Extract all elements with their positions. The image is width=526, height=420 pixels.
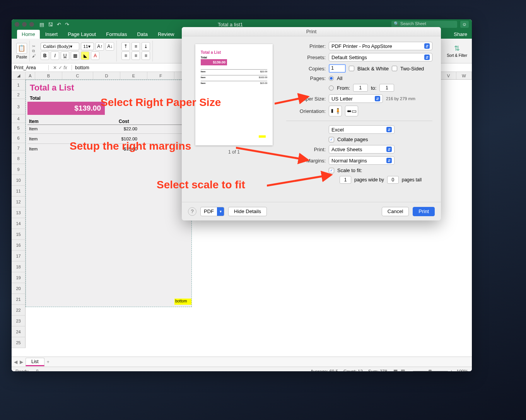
shrink-font-icon[interactable]: A↓ — [106, 42, 114, 51]
align-right-icon[interactable]: ≡ — [142, 51, 150, 60]
print-button[interactable]: Print — [413, 207, 435, 216]
paste-group[interactable]: 📋 Paste — [14, 41, 30, 61]
row-head[interactable]: 20 — [12, 283, 26, 294]
col-c[interactable]: C — [62, 72, 93, 79]
row-head[interactable]: 4 — [12, 114, 26, 123]
size-select[interactable]: 11 ▾ — [81, 43, 94, 50]
italic-button[interactable]: I — [51, 51, 59, 60]
row-head[interactable]: 13 — [12, 207, 26, 218]
col-f[interactable]: F — [147, 72, 174, 79]
zoom-in-icon[interactable]: + — [450, 369, 453, 372]
align-center-icon[interactable]: ≡ — [132, 51, 140, 60]
fill-color-icon[interactable]: ◣ — [81, 51, 89, 60]
share-button[interactable]: Share — [449, 30, 472, 39]
sort-filter-icon[interactable]: ⇅ — [447, 44, 467, 53]
name-box[interactable]: Print_Area — [12, 65, 49, 70]
row-head[interactable]: 2 — [12, 90, 26, 99]
hide-details-button[interactable]: Hide Details — [228, 207, 267, 216]
row-head[interactable]: 5 — [12, 123, 26, 133]
pages-wide-input[interactable] — [340, 176, 351, 184]
window-controls[interactable] — [15, 22, 34, 27]
print-what-select[interactable]: Active Sheets⇵ — [329, 145, 394, 154]
col-a[interactable]: A — [26, 72, 35, 79]
row-head[interactable]: 12 — [12, 196, 26, 207]
row-head[interactable]: 7 — [12, 143, 26, 153]
row-head[interactable]: 17 — [12, 251, 26, 261]
to-input[interactable] — [379, 84, 394, 92]
add-sheet-icon[interactable]: + — [47, 359, 50, 365]
align-top-icon[interactable]: ⤒ — [121, 42, 130, 51]
tab-insert[interactable]: Insert — [41, 30, 63, 39]
row-head[interactable]: 25 — [12, 337, 26, 348]
undo-icon[interactable]: ↶ — [57, 22, 61, 27]
sort-group[interactable]: ⇅ Sort & Filter — [444, 41, 470, 61]
tab-data[interactable]: Data — [132, 30, 152, 39]
col-b[interactable]: B — [35, 72, 62, 79]
align-bot-icon[interactable]: ⤓ — [142, 42, 150, 51]
zoom-value[interactable]: 100% — [457, 369, 468, 372]
user-icon[interactable]: ☺ — [460, 21, 469, 28]
copy-icon[interactable]: ⧉ — [32, 49, 36, 53]
row-head[interactable]: 23 — [12, 316, 26, 326]
save-icon[interactable]: ▤ — [39, 22, 44, 27]
tab-formulas[interactable]: Formulas — [101, 30, 132, 39]
font-select[interactable]: Calibri (Body) ▾ — [41, 43, 79, 50]
row-head[interactable]: 22 — [12, 305, 26, 316]
close-dot[interactable] — [15, 22, 19, 27]
tab-review[interactable]: Review — [153, 30, 179, 39]
qat[interactable]: ▤ 🖫 ↶ ↷ — [39, 22, 69, 27]
paste-icon[interactable]: 📋 — [16, 43, 27, 54]
row-head[interactable]: 11 — [12, 186, 26, 196]
formula-input[interactable]: bottom — [72, 65, 92, 70]
bw-checkbox[interactable] — [349, 66, 354, 71]
pdf-dropdown[interactable]: PDF▾ — [200, 207, 224, 216]
portrait-button[interactable]: ⬍🧍 — [329, 106, 342, 116]
align-left-icon[interactable]: ≡ — [121, 51, 130, 60]
col-v[interactable]: V — [441, 72, 456, 79]
col-e[interactable]: E — [120, 72, 147, 79]
border-icon[interactable]: ▦ — [71, 51, 79, 60]
scale-checkbox[interactable]: ✓ — [329, 168, 334, 173]
col-w[interactable]: W — [456, 72, 472, 79]
save2-icon[interactable]: 🖫 — [48, 22, 53, 27]
col-d[interactable]: D — [93, 72, 120, 79]
row-head[interactable]: 8 — [12, 153, 26, 164]
bold-button[interactable]: B — [41, 51, 49, 60]
printer-select[interactable]: PDF Printer - Pro AppStore⇵ — [329, 42, 432, 50]
copies-input[interactable]: 1 — [329, 64, 346, 73]
row-head[interactable]: 15 — [12, 229, 26, 240]
two-sided-checkbox[interactable] — [392, 66, 397, 71]
row-head[interactable]: 10 — [12, 175, 26, 186]
row-head[interactable]: 1 — [12, 80, 26, 90]
paper-size-select[interactable]: US Letter⇵ — [329, 94, 383, 103]
tab-page-layout[interactable]: Page Layout — [63, 30, 101, 39]
pages-from-radio[interactable] — [329, 85, 334, 90]
row-head[interactable]: 16 — [12, 240, 26, 251]
min-dot[interactable] — [22, 22, 27, 27]
format-icon[interactable]: 🖌 — [32, 54, 36, 58]
row-head[interactable]: 21 — [12, 294, 26, 305]
macro-icon[interactable]: ▯ — [36, 369, 39, 372]
pages-tall-input[interactable] — [387, 176, 399, 184]
collate-checkbox[interactable]: ✓ — [329, 137, 334, 142]
row-head[interactable]: 18 — [12, 261, 26, 272]
max-dot[interactable] — [29, 22, 34, 27]
row-head[interactable]: 19 — [12, 272, 26, 283]
cut-icon[interactable]: ✂ — [32, 44, 36, 48]
help-icon[interactable]: ? — [188, 207, 196, 216]
font-color-icon[interactable]: A — [91, 51, 99, 60]
align-mid-icon[interactable]: ≡ — [132, 42, 140, 51]
app-select[interactable]: Excel⇵ — [329, 125, 394, 134]
cancel-button[interactable]: Cancel — [382, 207, 409, 216]
underline-button[interactable]: U — [61, 51, 69, 60]
zoom-out-icon[interactable]: − — [408, 369, 411, 372]
row-head[interactable]: 14 — [12, 218, 26, 229]
tab-home[interactable]: Home — [17, 30, 40, 39]
next-sheet-icon[interactable]: ▶ — [20, 359, 23, 365]
prev-sheet-icon[interactable]: ◀ — [14, 359, 17, 365]
redo-icon[interactable]: ↷ — [65, 22, 69, 27]
from-input[interactable] — [353, 84, 368, 92]
row-head[interactable]: 6 — [12, 133, 26, 143]
row-head[interactable]: 9 — [12, 164, 26, 175]
sheet-tab-list[interactable]: List — [26, 358, 44, 366]
